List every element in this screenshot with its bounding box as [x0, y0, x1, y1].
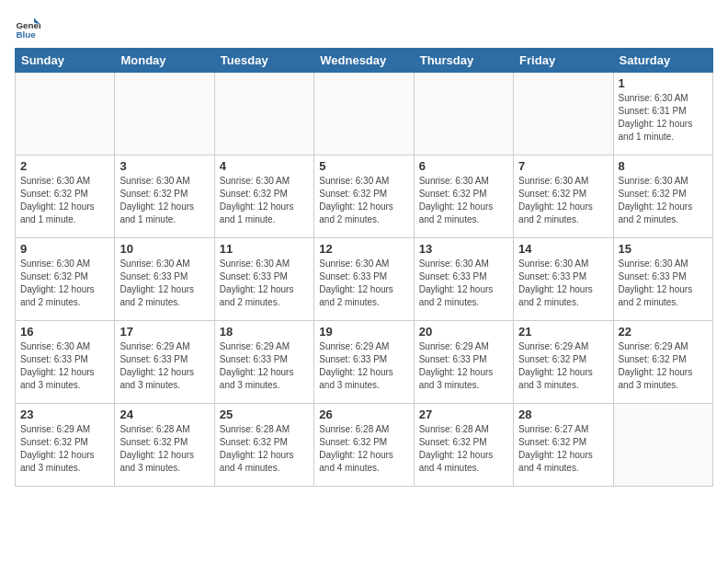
day-info: Sunrise: 6:29 AM Sunset: 6:33 PM Dayligh… — [220, 340, 309, 392]
day-info: Sunrise: 6:29 AM Sunset: 6:32 PM Dayligh… — [518, 340, 608, 392]
day-number: 13 — [419, 242, 508, 256]
day-number: 23 — [20, 408, 109, 421]
day-number: 19 — [319, 325, 408, 339]
day-number: 6 — [419, 159, 508, 173]
day-info: Sunrise: 6:28 AM Sunset: 6:32 PM Dayligh… — [419, 423, 508, 475]
day-info: Sunrise: 6:29 AM Sunset: 6:33 PM Dayligh… — [419, 340, 508, 392]
calendar-cell: 12Sunrise: 6:30 AM Sunset: 6:33 PM Dayli… — [314, 238, 414, 321]
calendar-cell — [314, 73, 414, 155]
calendar-cell: 11Sunrise: 6:30 AM Sunset: 6:33 PM Dayli… — [214, 238, 313, 321]
day-info: Sunrise: 6:29 AM Sunset: 6:32 PM Dayligh… — [20, 423, 109, 475]
col-header-tuesday: Tuesday — [214, 49, 313, 73]
calendar-cell: 22Sunrise: 6:29 AM Sunset: 6:32 PM Dayli… — [613, 321, 712, 404]
col-header-monday: Monday — [115, 49, 214, 73]
calendar-cell: 16Sunrise: 6:30 AM Sunset: 6:33 PM Dayli… — [16, 321, 115, 404]
week-row-3: 9Sunrise: 6:30 AM Sunset: 6:32 PM Daylig… — [16, 238, 713, 321]
day-number: 4 — [220, 159, 309, 173]
day-number: 10 — [119, 242, 209, 256]
calendar-cell: 10Sunrise: 6:30 AM Sunset: 6:33 PM Dayli… — [115, 238, 214, 321]
header: General Blue — [15, 15, 713, 40]
day-info: Sunrise: 6:28 AM Sunset: 6:32 PM Dayligh… — [119, 423, 209, 475]
col-header-wednesday: Wednesday — [314, 49, 414, 73]
day-number: 1 — [619, 76, 708, 90]
day-info: Sunrise: 6:28 AM Sunset: 6:32 PM Dayligh… — [319, 423, 408, 475]
calendar-cell: 15Sunrise: 6:30 AM Sunset: 6:33 PM Dayli… — [613, 238, 712, 321]
day-info: Sunrise: 6:30 AM Sunset: 6:33 PM Dayligh… — [119, 258, 209, 309]
calendar-cell: 28Sunrise: 6:27 AM Sunset: 6:32 PM Dayli… — [514, 404, 613, 487]
day-number: 17 — [119, 325, 209, 339]
calendar-cell — [115, 73, 214, 155]
calendar-cell: 18Sunrise: 6:29 AM Sunset: 6:33 PM Dayli… — [214, 321, 313, 404]
day-info: Sunrise: 6:30 AM Sunset: 6:33 PM Dayligh… — [220, 258, 309, 309]
calendar-cell: 17Sunrise: 6:29 AM Sunset: 6:33 PM Dayli… — [115, 321, 214, 404]
calendar-cell: 25Sunrise: 6:28 AM Sunset: 6:32 PM Dayli… — [214, 404, 313, 487]
calendar-cell: 27Sunrise: 6:28 AM Sunset: 6:32 PM Dayli… — [414, 404, 513, 487]
day-info: Sunrise: 6:30 AM Sunset: 6:32 PM Dayligh… — [319, 175, 408, 226]
day-number: 21 — [518, 325, 608, 339]
day-info: Sunrise: 6:30 AM Sunset: 6:32 PM Dayligh… — [119, 175, 209, 226]
col-header-friday: Friday — [514, 49, 613, 73]
calendar-cell: 5Sunrise: 6:30 AM Sunset: 6:32 PM Daylig… — [314, 155, 414, 238]
calendar-cell: 2Sunrise: 6:30 AM Sunset: 6:32 PM Daylig… — [16, 155, 115, 238]
day-info: Sunrise: 6:30 AM Sunset: 6:32 PM Dayligh… — [518, 175, 608, 226]
calendar-cell — [613, 404, 712, 487]
day-info: Sunrise: 6:28 AM Sunset: 6:32 PM Dayligh… — [220, 423, 309, 475]
day-number: 11 — [220, 242, 309, 256]
calendar-cell: 20Sunrise: 6:29 AM Sunset: 6:33 PM Dayli… — [414, 321, 513, 404]
day-number: 20 — [419, 325, 508, 339]
day-info: Sunrise: 6:27 AM Sunset: 6:32 PM Dayligh… — [518, 423, 608, 475]
day-info: Sunrise: 6:30 AM Sunset: 6:33 PM Dayligh… — [619, 258, 708, 309]
day-number: 3 — [119, 159, 209, 173]
day-info: Sunrise: 6:30 AM Sunset: 6:33 PM Dayligh… — [319, 258, 408, 309]
calendar-cell: 7Sunrise: 6:30 AM Sunset: 6:32 PM Daylig… — [514, 155, 613, 238]
calendar-cell: 3Sunrise: 6:30 AM Sunset: 6:32 PM Daylig… — [115, 155, 214, 238]
calendar-header-row: SundayMondayTuesdayWednesdayThursdayFrid… — [16, 49, 713, 73]
col-header-saturday: Saturday — [613, 49, 712, 73]
day-number: 28 — [518, 408, 608, 421]
day-number: 18 — [220, 325, 309, 339]
week-row-2: 2Sunrise: 6:30 AM Sunset: 6:32 PM Daylig… — [16, 155, 713, 238]
calendar-cell — [214, 73, 313, 155]
day-info: Sunrise: 6:30 AM Sunset: 6:32 PM Dayligh… — [20, 258, 109, 309]
day-number: 12 — [319, 242, 408, 256]
day-number: 7 — [518, 159, 608, 173]
calendar-cell: 24Sunrise: 6:28 AM Sunset: 6:32 PM Dayli… — [115, 404, 214, 487]
day-info: Sunrise: 6:30 AM Sunset: 6:32 PM Dayligh… — [619, 175, 708, 226]
col-header-thursday: Thursday — [414, 49, 513, 73]
calendar-cell: 4Sunrise: 6:30 AM Sunset: 6:32 PM Daylig… — [214, 155, 313, 238]
day-info: Sunrise: 6:30 AM Sunset: 6:33 PM Dayligh… — [419, 258, 508, 309]
day-info: Sunrise: 6:30 AM Sunset: 6:33 PM Dayligh… — [518, 258, 608, 309]
day-number: 14 — [518, 242, 608, 256]
week-row-1: 1Sunrise: 6:30 AM Sunset: 6:31 PM Daylig… — [16, 73, 713, 155]
day-number: 22 — [619, 325, 708, 339]
calendar-cell — [16, 73, 115, 155]
svg-text:Blue: Blue — [16, 29, 36, 40]
calendar-cell: 13Sunrise: 6:30 AM Sunset: 6:33 PM Dayli… — [414, 238, 513, 321]
calendar: SundayMondayTuesdayWednesdayThursdayFrid… — [15, 48, 713, 487]
day-info: Sunrise: 6:30 AM Sunset: 6:32 PM Dayligh… — [20, 175, 109, 226]
day-number: 25 — [220, 408, 309, 421]
day-info: Sunrise: 6:30 AM Sunset: 6:32 PM Dayligh… — [419, 175, 508, 226]
calendar-cell: 19Sunrise: 6:29 AM Sunset: 6:33 PM Dayli… — [314, 321, 414, 404]
day-info: Sunrise: 6:29 AM Sunset: 6:33 PM Dayligh… — [119, 340, 209, 392]
calendar-cell — [414, 73, 513, 155]
calendar-cell: 9Sunrise: 6:30 AM Sunset: 6:32 PM Daylig… — [16, 238, 115, 321]
logo-icon: General Blue — [15, 15, 40, 40]
day-number: 15 — [619, 242, 708, 256]
day-number: 8 — [619, 159, 708, 173]
day-number: 27 — [419, 408, 508, 421]
day-number: 2 — [20, 159, 109, 173]
day-number: 5 — [319, 159, 408, 173]
calendar-cell: 26Sunrise: 6:28 AM Sunset: 6:32 PM Dayli… — [314, 404, 414, 487]
calendar-cell: 23Sunrise: 6:29 AM Sunset: 6:32 PM Dayli… — [16, 404, 115, 487]
col-header-sunday: Sunday — [16, 49, 115, 73]
day-number: 9 — [20, 242, 109, 256]
day-number: 26 — [319, 408, 408, 421]
week-row-4: 16Sunrise: 6:30 AM Sunset: 6:33 PM Dayli… — [16, 321, 713, 404]
day-info: Sunrise: 6:29 AM Sunset: 6:32 PM Dayligh… — [619, 340, 708, 392]
calendar-cell: 1Sunrise: 6:30 AM Sunset: 6:31 PM Daylig… — [613, 73, 712, 155]
logo: General Blue — [15, 15, 44, 40]
calendar-cell: 8Sunrise: 6:30 AM Sunset: 6:32 PM Daylig… — [613, 155, 712, 238]
calendar-cell — [514, 73, 613, 155]
calendar-cell: 21Sunrise: 6:29 AM Sunset: 6:32 PM Dayli… — [514, 321, 613, 404]
